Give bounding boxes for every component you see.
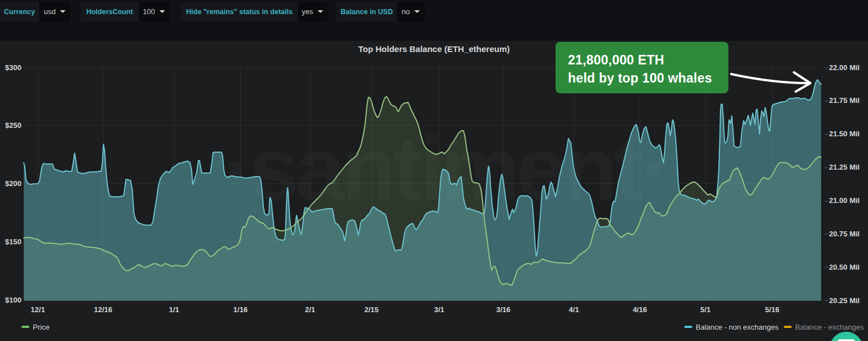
svg-text:12/1: 12/1 (31, 305, 45, 314)
svg-text:4/1: 4/1 (569, 305, 579, 314)
svg-text:–: – (824, 96, 828, 105)
svg-text:–: – (824, 130, 828, 138)
svg-text:20.25 Mil: 20.25 Mil (829, 296, 860, 305)
svg-text:2/1: 2/1 (305, 305, 315, 314)
svg-text:–: – (824, 262, 828, 271)
svg-text:4/16: 4/16 (633, 305, 647, 314)
svg-text:20.50 Mil: 20.50 Mil (829, 263, 860, 271)
svg-text:3/1: 3/1 (434, 305, 444, 314)
svg-text:21.50 Mil: 21.50 Mil (829, 130, 860, 138)
svg-text:12/16: 12/16 (94, 305, 112, 314)
svg-text:21.75 Mil: 21.75 Mil (829, 96, 860, 105)
svg-text:5/16: 5/16 (765, 305, 779, 314)
svg-text:$150: $150 (5, 238, 21, 246)
svg-text:–: – (824, 296, 828, 304)
svg-text:–: – (824, 63, 828, 71)
svg-text:–: – (824, 196, 828, 205)
svg-text:1/1: 1/1 (169, 305, 179, 314)
svg-text:–: – (824, 163, 828, 171)
svg-text:3/16: 3/16 (496, 305, 510, 314)
svg-text:5/1: 5/1 (700, 305, 710, 314)
svg-text:$100: $100 (5, 296, 21, 304)
svg-text:22.00 Mil: 22.00 Mil (829, 63, 860, 72)
svg-text:2/15: 2/15 (364, 305, 379, 314)
svg-text:1/16: 1/16 (233, 305, 248, 314)
svg-text:21.25 Mil: 21.25 Mil (829, 163, 860, 171)
svg-text:$200: $200 (5, 179, 21, 188)
svg-text:$300: $300 (5, 63, 21, 72)
svg-text:20.75 Mil: 20.75 Mil (829, 230, 860, 238)
svg-text:–: – (824, 229, 828, 238)
svg-text:21.00 Mil: 21.00 Mil (829, 196, 860, 205)
svg-text:$250: $250 (5, 121, 21, 130)
